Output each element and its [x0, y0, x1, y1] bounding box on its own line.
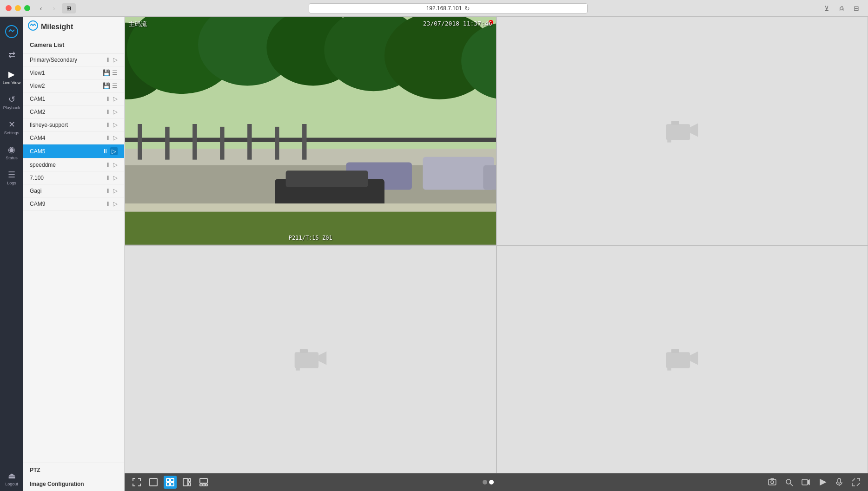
camera-name-7100: 7.100	[30, 175, 105, 181]
mac-titlebar: ‹ › ⊞ 192.168.7.101 ↻ ⊻ ⎙ ⊟	[0, 0, 868, 17]
layout2-button[interactable]	[197, 476, 210, 489]
tab-button[interactable]: ⊞	[62, 3, 76, 13]
more-icon[interactable]: ⊟	[850, 3, 862, 13]
camera-name-speeddme: speeddme	[30, 162, 105, 168]
close-button[interactable]	[6, 5, 12, 11]
forward-button[interactable]: ›	[49, 3, 59, 13]
save-btn-v2[interactable]: 💾	[103, 82, 110, 89]
ptz-section[interactable]: PTZ	[23, 463, 124, 477]
pause-btn-c2[interactable]: ⏸	[105, 108, 111, 115]
pause-btn-7100[interactable]: ⏸	[105, 174, 111, 181]
camera-item-cam4[interactable]: CAM4 ⏸ ▷	[23, 131, 124, 144]
toolbar-right: ⊻ ⎙ ⊟	[821, 3, 862, 13]
expand-button[interactable]	[849, 476, 862, 489]
sidebar-item-logout[interactable]: ⏏ Logout	[0, 466, 23, 491]
camera-name-gagi: Gagi	[30, 188, 105, 194]
play-btn-c9[interactable]: ▷	[113, 200, 118, 207]
image-config-section[interactable]: Image Configuration	[23, 477, 124, 491]
camera-item-cam2[interactable]: CAM2 ⏸ ▷	[23, 105, 124, 118]
camera-item-cam1[interactable]: CAM1 ⏸ ▷	[23, 92, 124, 105]
camera-item-primary-secondary[interactable]: Primary/Secondary ⏸ ▷	[23, 53, 124, 66]
camera-name-primary-secondary: Primary/Secondary	[30, 57, 105, 63]
pause-btn-c5[interactable]: ⏸	[102, 148, 108, 155]
logout-label: Logout	[5, 482, 18, 486]
play-btn-c4[interactable]: ▷	[113, 134, 118, 141]
camera-buttons-cam5: ⏸ ▷	[102, 147, 118, 155]
camera-item-cam5[interactable]: CAM5 ⏸ ▷	[23, 144, 124, 158]
sidebar-item-settings[interactable]: ✕ Settings	[0, 115, 23, 140]
pause-btn-sp[interactable]: ⏸	[105, 161, 111, 168]
sidebar-item-logs[interactable]: ☰ Logs	[0, 165, 23, 190]
layout1-button[interactable]	[180, 476, 193, 489]
camera-item-view2[interactable]: View2 💾 ☰	[23, 79, 124, 92]
video-cell-bottomright[interactable]	[497, 245, 868, 474]
pause-btn-gagi[interactable]: ⏸	[105, 187, 111, 194]
back-button[interactable]: ‹	[36, 3, 46, 13]
share-icon[interactable]: ⎙	[835, 3, 848, 13]
sidebar-item-filters[interactable]: ⇄	[0, 45, 23, 65]
sidebar-item-status[interactable]: ◉ Status	[0, 140, 23, 165]
play-btn-gagi[interactable]: ▷	[113, 187, 118, 194]
play-btn-7100[interactable]: ▷	[113, 174, 118, 181]
list-btn-v1[interactable]: ☰	[112, 69, 118, 76]
record-button[interactable]	[799, 476, 812, 489]
pause-btn-c1[interactable]: ⏸	[105, 95, 111, 102]
milesight-logo-icon	[5, 25, 18, 40]
camera-list-panel: Milesight Camera List Primary/Secondary …	[23, 17, 125, 491]
screenshot-button[interactable]	[766, 476, 779, 489]
minimize-button[interactable]	[15, 5, 21, 11]
pause-btn-fe[interactable]: ⏸	[105, 121, 111, 128]
save-btn-v1[interactable]: 💾	[103, 69, 110, 76]
camera-placeholder-bottomright	[663, 344, 701, 374]
svg-rect-16	[192, 124, 197, 160]
svg-rect-52	[769, 479, 776, 485]
svg-rect-23	[483, 165, 496, 190]
record-btn-ps[interactable]: ⏸	[105, 56, 111, 63]
live-view-label: Live View	[3, 80, 20, 85]
camera-item-cam9[interactable]: CAM9 ⏸ ▷	[23, 197, 124, 210]
camera-buttons-view1: 💾 ☰	[103, 69, 118, 76]
camera-placeholder-topright	[663, 116, 701, 146]
camera-item-fisheye[interactable]: fisheye-support ⏸ ▷	[23, 118, 124, 131]
logo-area	[0, 20, 23, 45]
play-btn-c1[interactable]: ▷	[113, 95, 118, 102]
video-button[interactable]	[816, 476, 829, 489]
sidebar-item-live-view[interactable]: ▶ Live View	[0, 65, 23, 90]
video-cell-topleft[interactable]: 主码流 23/07/2018 11:37:46 P211/T:15 Z01	[125, 17, 497, 245]
pause-btn-c9[interactable]: ⏸	[105, 200, 111, 207]
single-view-button[interactable]	[147, 476, 160, 489]
main-view: 主码流 23/07/2018 11:37:46 P211/T:15 Z01	[125, 17, 868, 491]
list-btn-v2[interactable]: ☰	[112, 82, 118, 89]
play-btn-fe[interactable]: ▷	[113, 121, 118, 128]
play-btn-ps[interactable]: ▷	[113, 56, 118, 63]
ms-logo-icon	[28, 20, 38, 33]
reload-button[interactable]: ↻	[464, 5, 470, 12]
play-btn-sp[interactable]: ▷	[113, 161, 118, 168]
milesight-logo-row: Milesight	[23, 17, 125, 37]
search-button[interactable]	[782, 476, 795, 489]
sidebar-item-playback[interactable]: ↺ Playback	[0, 90, 23, 115]
svg-marker-59	[820, 479, 826, 485]
camera-item-speeddme[interactable]: speeddme ⏸ ▷	[23, 158, 124, 171]
video-cell-bottomleft[interactable]	[125, 245, 497, 474]
camera-item-gagi[interactable]: Gagi ⏸ ▷	[23, 184, 124, 197]
milesight-text: Milesight	[41, 23, 73, 31]
camera-name-view2: View2	[30, 83, 103, 89]
svg-rect-15	[165, 127, 169, 160]
video-grid: 主码流 23/07/2018 11:37:46 P211/T:15 Z01	[125, 17, 868, 473]
pause-btn-c4[interactable]: ⏸	[105, 134, 111, 141]
camera-item-7100[interactable]: 7.100 ⏸ ▷	[23, 171, 124, 184]
camera-item-view1[interactable]: View1 💾 ☰	[23, 66, 124, 79]
address-bar[interactable]: 192.168.7.101 ↻	[309, 3, 588, 13]
maximize-button[interactable]	[24, 5, 30, 11]
play-btn-c2[interactable]: ▷	[113, 108, 118, 115]
svg-rect-34	[300, 349, 308, 354]
scene-svg	[125, 17, 496, 245]
audio-button[interactable]	[833, 476, 846, 489]
video-cell-topright[interactable]	[497, 17, 868, 245]
quad-view-button[interactable]	[164, 476, 177, 489]
play-btn-c5[interactable]: ▷	[110, 147, 118, 155]
download-icon[interactable]: ⊻	[821, 3, 833, 13]
fullscreen-button[interactable]	[130, 476, 143, 489]
camera-name-cam1: CAM1	[30, 96, 105, 102]
